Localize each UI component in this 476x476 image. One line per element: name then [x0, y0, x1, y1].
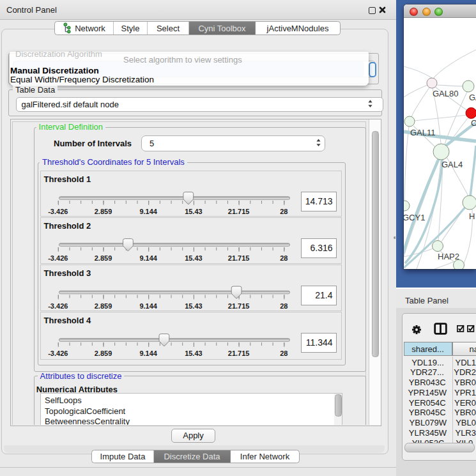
svg-text:HAP2: HAP2 — [438, 252, 459, 261]
svg-text:2.859: 2.859 — [94, 349, 112, 357]
svg-text:GA: GA — [469, 93, 476, 102]
svg-text:-3.426: -3.426 — [48, 302, 68, 310]
svg-text:2.859: 2.859 — [94, 254, 112, 262]
svg-text:9.144: 9.144 — [139, 254, 157, 262]
svg-text:-3.426: -3.426 — [48, 349, 68, 357]
svg-text:-3.426: -3.426 — [48, 254, 68, 262]
svg-text:-3.426: -3.426 — [48, 208, 68, 215]
svg-text:28: 28 — [280, 302, 288, 310]
svg-text:15.43: 15.43 — [185, 349, 203, 357]
svg-text:2.859: 2.859 — [94, 302, 112, 310]
svg-text:21.715: 21.715 — [227, 254, 249, 262]
svg-text:21.715: 21.715 — [227, 302, 249, 310]
svg-text:9.144: 9.144 — [139, 349, 157, 357]
svg-text:15.43: 15.43 — [185, 302, 203, 310]
svg-text:9.144: 9.144 — [139, 208, 157, 215]
svg-text:9.144: 9.144 — [139, 302, 157, 310]
svg-text:GCY1: GCY1 — [404, 213, 425, 222]
svg-text:GAL80: GAL80 — [433, 89, 458, 98]
svg-text:28: 28 — [280, 208, 288, 215]
svg-text:2.859: 2.859 — [94, 208, 112, 215]
svg-text:GAL11: GAL11 — [410, 128, 436, 137]
svg-text:C: C — [471, 118, 476, 128]
svg-text:28: 28 — [280, 349, 288, 357]
svg-text:H: H — [469, 211, 475, 221]
svg-text:15.43: 15.43 — [185, 208, 203, 215]
svg-text:GAL4: GAL4 — [441, 160, 463, 169]
svg-text:21.715: 21.715 — [227, 349, 249, 357]
svg-text:15.43: 15.43 — [185, 254, 203, 262]
svg-text:28: 28 — [280, 254, 288, 262]
svg-text:21.715: 21.715 — [227, 208, 249, 215]
